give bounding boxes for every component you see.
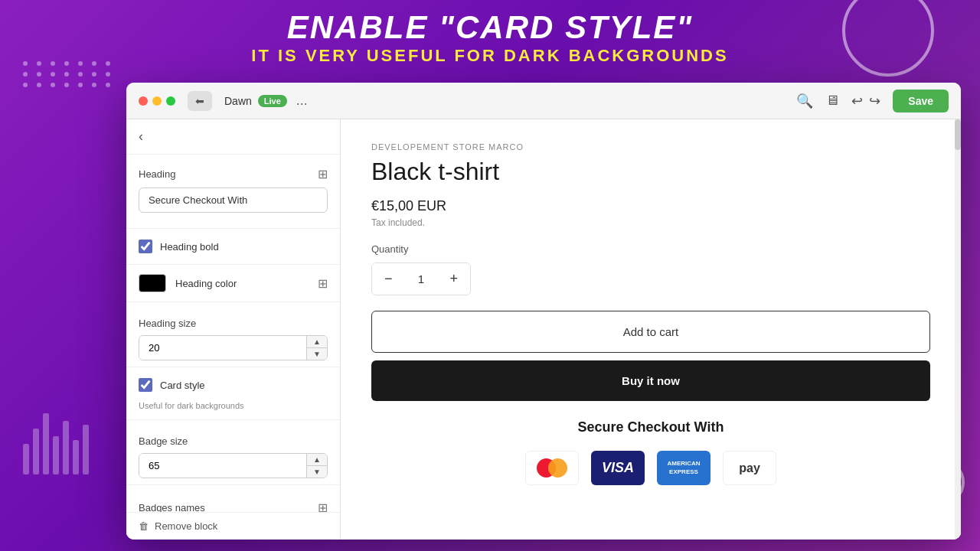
nav-back-button[interactable]: ⬅	[188, 91, 212, 111]
visa-text: VISA	[602, 460, 634, 476]
undo-redo-group: ↩ ↪	[851, 93, 880, 109]
maximize-dot[interactable]	[166, 96, 175, 106]
badge-size-spinners: ▲ ▼	[306, 454, 327, 478]
browser-chrome: ⬅ Dawn Live ... 🔍 🖥 ↩ ↪ Save	[126, 83, 961, 119]
quantity-control: − 1 +	[371, 262, 471, 295]
add-to-cart-button[interactable]: Add to cart	[371, 311, 930, 353]
product-title: Black t-shirt	[371, 158, 930, 186]
heading-size-section: Heading size ▲ ▼	[126, 305, 340, 364]
preview-scrollbar[interactable]	[955, 119, 961, 540]
close-dot[interactable]	[139, 96, 148, 106]
product-page: DEVELOPEMENT STORE MARCO Black t-shirt €…	[341, 119, 961, 540]
mastercard-logo	[537, 458, 567, 478]
theme-tab: Dawn Live	[224, 95, 287, 107]
save-button[interactable]: Save	[893, 90, 949, 112]
badge-size-input[interactable]	[139, 454, 306, 478]
card-style-checkbox[interactable]	[139, 378, 152, 392]
preview-scrollbar-thumb[interactable]	[955, 119, 961, 150]
undo-icon[interactable]: ↩	[851, 93, 863, 109]
live-badge: Live	[258, 95, 287, 107]
heading-size-input-wrapper: ▲ ▼	[139, 335, 328, 360]
remove-block-label: Remove block	[155, 520, 217, 532]
badge-size-label: Badge size	[139, 435, 328, 447]
badge-size-up[interactable]: ▲	[307, 454, 327, 466]
heading-color-label: Heading color	[175, 278, 237, 289]
heading-label: Heading ⊞	[139, 167, 328, 181]
heading-color-swatch[interactable]	[139, 274, 166, 292]
heading-input[interactable]	[139, 187, 328, 213]
heading-size-label: Heading size	[139, 318, 328, 329]
heading-color-icon[interactable]: ⊞	[318, 276, 328, 291]
badge-size-input-wrapper: ▲ ▼	[139, 453, 328, 478]
heading-settings-icon[interactable]: ⊞	[318, 167, 328, 181]
amazon-pay-badge: pay	[723, 451, 776, 485]
checkout-heading: Secure Checkout With	[371, 419, 930, 435]
heading-size-up[interactable]: ▲	[307, 336, 327, 348]
sidebar-panel: ‹ Heading ⊞ Heading bold Heading color	[126, 119, 341, 540]
store-name: DEVELOPEMENT STORE MARCO	[371, 142, 930, 152]
card-style-hint: Useful for dark backgrounds	[126, 399, 340, 416]
heading-size-down[interactable]: ▼	[307, 348, 327, 360]
minimize-dot[interactable]	[152, 96, 162, 106]
badge-size-down[interactable]: ▼	[307, 466, 327, 478]
monitor-icon[interactable]: 🖥	[825, 93, 839, 109]
visa-badge: VISA	[591, 451, 645, 485]
quantity-label: Quantity	[371, 243, 930, 255]
divider-2	[126, 264, 340, 265]
top-banner: Enable "Card style" It is very useful fo…	[0, 0, 980, 72]
heading-section: Heading ⊞	[126, 155, 340, 225]
amex-text: AMERICANEXPRESS	[667, 460, 700, 476]
buy-now-button[interactable]: Buy it now	[371, 360, 930, 401]
sidebar-back-button[interactable]: ‹	[126, 119, 340, 155]
theme-name: Dawn	[224, 95, 252, 107]
quantity-value: 1	[405, 272, 438, 285]
remove-block-row[interactable]: 🗑 Remove block	[126, 512, 340, 540]
preview-area: DEVELOPEMENT STORE MARCO Black t-shirt €…	[341, 119, 961, 540]
badge-size-section: Badge size ▲ ▼	[126, 423, 340, 481]
divider-6	[126, 484, 340, 485]
divider-4	[126, 367, 340, 367]
heading-bold-row: Heading bold	[126, 232, 340, 261]
product-price: €15,00 EUR	[371, 198, 930, 214]
mc-circle-right	[548, 458, 567, 478]
banner-title: Enable "Card style"	[0, 9, 980, 46]
heading-color-row: Heading color ⊞	[126, 268, 340, 298]
quantity-decrease-button[interactable]: −	[372, 263, 405, 295]
banner-subtitle: It is very useful for dark backgrounds	[0, 46, 980, 66]
browser-window: ⬅ Dawn Live ... 🔍 🖥 ↩ ↪ Save ‹	[126, 83, 961, 540]
heading-bold-label: Heading bold	[160, 241, 219, 253]
heading-bold-checkbox[interactable]	[139, 240, 152, 253]
amazon-pay-text: pay	[739, 461, 760, 475]
card-style-row: Card style	[126, 370, 340, 399]
bg-bars-left	[23, 413, 89, 474]
browser-dots	[139, 96, 175, 106]
redo-icon[interactable]: ↪	[869, 93, 880, 109]
divider-3	[126, 302, 340, 302]
tax-text: Tax included.	[371, 217, 930, 228]
divider-5	[126, 419, 340, 420]
payment-badges: VISA AMERICANEXPRESS pay	[371, 451, 930, 485]
divider-1	[126, 228, 340, 229]
more-options-button[interactable]: ...	[296, 93, 308, 109]
browser-actions: 🔍 🖥 ↩ ↪ Save	[796, 90, 949, 112]
quantity-increase-button[interactable]: +	[437, 263, 470, 295]
mastercard-badge	[525, 451, 579, 485]
heading-size-input[interactable]	[139, 336, 306, 360]
amex-badge: AMERICANEXPRESS	[657, 451, 710, 485]
card-style-label: Card style	[160, 380, 205, 391]
search-icon[interactable]: 🔍	[796, 93, 813, 109]
browser-nav: Dawn Live ...	[224, 93, 784, 109]
heading-size-spinners: ▲ ▼	[306, 336, 327, 360]
trash-icon: 🗑	[139, 520, 149, 532]
browser-content: ‹ Heading ⊞ Heading bold Heading color	[126, 119, 961, 540]
back-icon: ⬅	[195, 95, 204, 107]
